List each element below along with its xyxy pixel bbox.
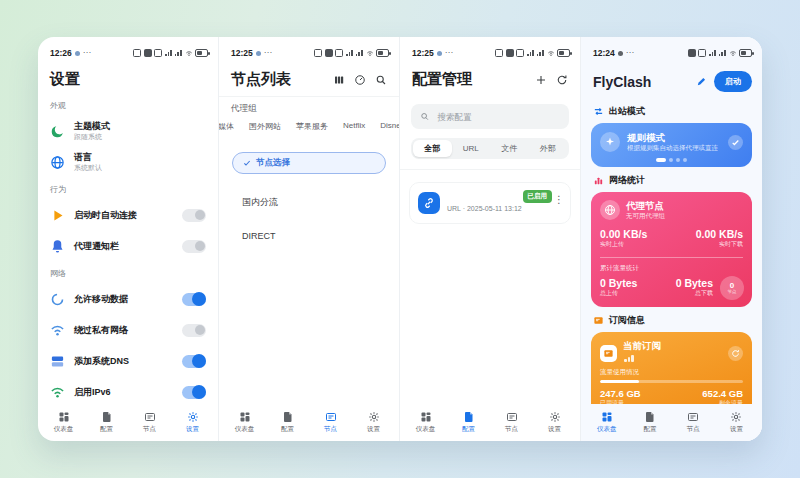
nfc-icon [688,49,696,57]
stats-title: 代理节点 [626,200,665,212]
nav-node[interactable]: 节点 [676,411,710,434]
nav-label: 仪表盘 [54,425,74,434]
signal-icon [709,50,716,57]
nav-dashboard[interactable]: 仪表盘 [590,411,624,434]
search-input[interactable] [435,111,560,123]
nav-settings[interactable]: 设置 [176,411,210,434]
section-network: 网络 [38,268,218,279]
page-dots [600,158,743,162]
bypass-private-toggle[interactable] [182,324,206,337]
speed-test-icon[interactable] [354,74,366,86]
dashboard-icon [420,411,432,423]
group-tab[interactable]: 流媒体 [219,121,234,132]
autoconnect-toggle[interactable] [182,209,206,222]
section-proxy-groups: 代理组 [219,103,399,115]
data-ring-icon [50,292,65,307]
nav-settings[interactable]: 设置 [719,411,753,434]
setting-theme-mode[interactable]: 主题模式 跟随系统 [38,120,218,142]
group-tab[interactable]: Netflix [343,121,365,132]
config-item[interactable]: URL · 2025-05-11 13:12 已启用 ⋮ [409,182,571,224]
play-icon [50,208,65,223]
setting-bypass-private[interactable]: 绕过私有网络 [38,319,218,341]
upload-speed-label: 实时上传 [600,240,647,249]
group-tab[interactable]: 苹果服务 [296,121,328,132]
edit-pencil-icon[interactable] [696,76,707,87]
battery-icon [376,49,389,57]
nav-dashboard[interactable]: 仪表盘 [409,411,443,434]
wifi-status-icon [366,50,374,57]
item-menu-icon[interactable]: ⋮ [554,196,564,204]
filter-tab-file[interactable]: 文件 [490,140,529,157]
nav-config[interactable]: 配置 [90,411,124,434]
setting-language[interactable]: 语言 系统默认 [38,151,218,173]
nav-settings[interactable]: 设置 [357,411,391,434]
search-icon [420,111,429,122]
group-tabs: 流媒体 国外网站 苹果服务 Netflix Disney [219,121,399,138]
group-item[interactable]: 国内分流 [219,196,399,209]
mini-chart-icon [624,355,722,362]
group-item[interactable]: DIRECT [219,231,399,241]
mode-card[interactable]: 规则模式 根据规则集自动选择代理或直连 [591,123,752,167]
filter-tab-external[interactable]: 外部 [529,140,568,157]
group-tab[interactable]: Disney [380,121,399,132]
nav-node[interactable]: 节点 [314,411,348,434]
gear-icon [549,411,561,423]
setting-sub: 跟随系统 [74,132,206,141]
signal-icon [346,50,353,57]
status-dot-icon [75,51,80,56]
nav-node[interactable]: 节点 [133,411,167,434]
refresh-circle-icon[interactable] [728,346,743,361]
setting-mobile-data[interactable]: 允许移动数据 [38,288,218,310]
setting-notification[interactable]: 代理通知栏 [38,235,218,257]
nav-node[interactable]: 节点 [495,411,529,434]
setting-ipv6[interactable]: 启用IPv6 [38,381,218,403]
nav-settings[interactable]: 设置 [538,411,572,434]
nav-config[interactable]: 配置 [271,411,305,434]
ipv6-toggle[interactable] [182,386,206,399]
add-config-icon[interactable] [535,74,547,86]
section-behavior: 行为 [38,184,218,195]
gear-icon [187,411,199,423]
wifi-status-icon [185,50,193,57]
refresh-icon[interactable] [556,74,568,86]
nav-dashboard[interactable]: 仪表盘 [47,411,81,434]
status-badge: 已启用 [523,190,553,203]
screenshot-stage: 12:26 ⋯ 设置 外观 主题模式 [0,0,800,478]
download-total: 0 Bytes [676,277,713,289]
filter-tab-all[interactable]: 全部 [413,140,452,157]
group-tab[interactable]: 国外网站 [249,121,281,132]
status-time: 12:24 [593,48,615,58]
more-dots-icon: ⋯ [626,51,634,55]
setting-sub: 系统默认 [74,163,206,172]
file-icon [282,411,294,423]
config-meta: URL · 2025-05-11 13:12 [447,205,522,214]
status-bar: 12:25 ⋯ [219,37,399,61]
columns-view-icon[interactable] [333,74,345,86]
start-button[interactable]: 启动 [714,71,752,92]
system-dns-toggle[interactable] [182,355,206,368]
notification-toggle[interactable] [182,240,206,253]
chip-label: 节点选择 [256,157,290,169]
bottom-nav: 仪表盘 配置 节点 设置 [400,404,580,441]
setting-autoconnect[interactable]: 启动时自动连接 [38,204,218,226]
nav-config[interactable]: 配置 [452,411,486,434]
mode-desc: 根据规则集自动选择代理或直连 [627,144,721,152]
stats-card[interactable]: 代理节点 无可用代理组 0.00 KB/s 实时上传 0.00 KB/s 实时下… [591,192,752,307]
dashboard-icon [239,411,251,423]
search-box[interactable] [411,104,569,129]
setting-system-dns[interactable]: 添加系统DNS [38,350,218,372]
nav-dashboard[interactable]: 仪表盘 [228,411,262,434]
title-bar: 配置管理 [400,61,580,96]
upload-speed: 0.00 KB/s [600,228,647,240]
nav-config[interactable]: 配置 [633,411,667,434]
nav-label: 节点 [687,425,700,434]
search-icon[interactable] [375,74,387,86]
page-dot [676,158,680,162]
status-dot-icon [618,51,623,56]
selected-group-chip[interactable]: 节点选择 [232,152,386,174]
mobile-data-toggle[interactable] [182,293,206,306]
volte-icon [698,49,706,57]
status-bar: 12:24 ⋯ [581,37,762,61]
filter-tab-url[interactable]: URL [452,140,491,157]
usage-label: 流量使用情况 [600,368,743,377]
